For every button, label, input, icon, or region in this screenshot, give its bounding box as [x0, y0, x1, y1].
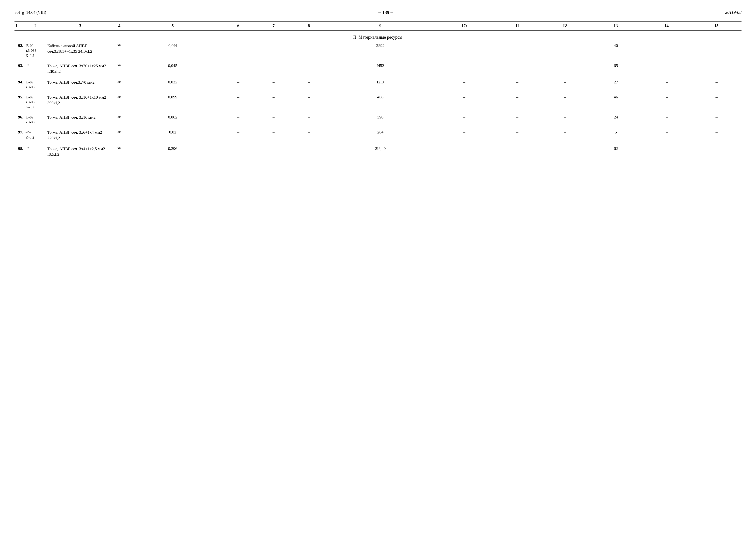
- row-val6: –: [221, 62, 256, 76]
- row-desc: То же, АПВГ сеч. 3х70+1х25 мм2 I2I0хI,2: [46, 62, 114, 76]
- row-val11: –: [494, 145, 540, 159]
- col-header-I3: I3: [590, 21, 642, 31]
- row-val13: 5: [590, 128, 642, 142]
- column-header-row: I23456789IOIII2I3I4I5: [14, 21, 742, 31]
- table-row: 93.–"–То же, АПВГ сеч. 3х70+1х25 мм2 I2I…: [14, 62, 742, 76]
- row-unit: км: [114, 113, 125, 126]
- col-header-4: 4: [114, 21, 125, 31]
- row-val9: I2I0: [326, 78, 434, 91]
- row-num: 97.: [14, 128, 25, 142]
- row-val10: –: [434, 113, 494, 126]
- table-row: 94.I5-09т.3-038То же, АПВГ сеч.3х70 мм2к…: [14, 78, 742, 91]
- row-val10: –: [434, 145, 494, 159]
- header-left: 90I–g–14.04 (VIII): [14, 10, 46, 15]
- table-row: 92.I5-09т.3-038K=I,2Кабель силовой АПВГ …: [14, 42, 742, 59]
- row-val5: 0,062: [125, 113, 221, 126]
- row-val8: –: [291, 128, 326, 142]
- row-num: 95.: [14, 93, 25, 111]
- row-num: 96.: [14, 113, 25, 126]
- row-val6: –: [221, 42, 256, 59]
- row-val12: –: [540, 93, 590, 111]
- row-val10: –: [434, 62, 494, 76]
- row-unit: км: [114, 145, 125, 159]
- row-val7: –: [256, 93, 291, 111]
- row-val14: –: [642, 128, 691, 142]
- row-val5: 0,022: [125, 78, 221, 91]
- section-title: П. Материальные ресурсы: [14, 31, 742, 42]
- row-val7: –: [256, 113, 291, 126]
- row-val6: –: [221, 145, 256, 159]
- row-val12: –: [540, 128, 590, 142]
- table-row: 97.–"–K=I,2То же, АПВГ сеч. 3х6+1х4 мм2 …: [14, 128, 742, 142]
- row-desc: То же, АПВГ сеч. 3х4+1х2,5 мм2 I82хI,2: [46, 145, 114, 159]
- row-val14: –: [642, 42, 691, 59]
- row-desc: То же, АПВГ сеч. 3х16+1х10 мм2 390хI,2: [46, 93, 114, 111]
- row-val8: –: [291, 78, 326, 91]
- col-header-IO: IO: [434, 21, 494, 31]
- col-header-6: 6: [221, 21, 256, 31]
- row-val7: –: [256, 78, 291, 91]
- row-val12: –: [540, 145, 590, 159]
- col-header-I5: I5: [692, 21, 742, 31]
- row-val14: –: [642, 113, 691, 126]
- row-val5: 0,099: [125, 93, 221, 111]
- row-val5: 0,045: [125, 62, 221, 76]
- row-val15: –: [692, 113, 742, 126]
- col-header-9: 9: [326, 21, 434, 31]
- table-row: 95.I5-09т.3-038K=I,2То же, АПВГ сеч. 3х1…: [14, 93, 742, 111]
- col-header-I4: I4: [642, 21, 691, 31]
- row-val9: I452: [326, 62, 434, 76]
- row-val13: 27: [590, 78, 642, 91]
- table-row: 98.–"–То же, АПВГ сеч. 3х4+1х2,5 мм2 I82…: [14, 145, 742, 159]
- main-table: I23456789IOIII2I3I4I5 П. Материальные ре…: [14, 21, 742, 161]
- row-val15: –: [692, 145, 742, 159]
- row-desc: Кабель силовой АПВГ сеч.3х185++1х35 24I0…: [46, 42, 114, 59]
- row-val9: 264: [326, 128, 434, 142]
- row-val12: –: [540, 42, 590, 59]
- row-unit: км: [114, 128, 125, 142]
- spacer-row: [14, 91, 742, 93]
- spacer-row: [14, 59, 742, 62]
- row-val6: –: [221, 93, 256, 111]
- spacer-row: [14, 159, 742, 161]
- row-val5: 0,02: [125, 128, 221, 142]
- row-desc: То же, АПВГ сеч.3х70 мм2: [46, 78, 114, 91]
- row-val8: –: [291, 145, 326, 159]
- row-ref: I5-09т.3-038: [25, 113, 46, 126]
- row-ref: –"–: [25, 62, 46, 76]
- row-val11: –: [494, 78, 540, 91]
- row-val10: –: [434, 128, 494, 142]
- row-val8: –: [291, 62, 326, 76]
- col-header-2: 2: [25, 21, 46, 31]
- row-unit: км: [114, 42, 125, 59]
- row-val11: –: [494, 62, 540, 76]
- row-val9: 468: [326, 93, 434, 111]
- row-val12: –: [540, 62, 590, 76]
- row-ref: –"–K=I,2: [25, 128, 46, 142]
- row-val14: –: [642, 93, 691, 111]
- spacer-row: [14, 126, 742, 128]
- row-val11: –: [494, 93, 540, 111]
- row-val12: –: [540, 78, 590, 91]
- row-val12: –: [540, 113, 590, 126]
- row-val6: –: [221, 78, 256, 91]
- row-desc: То же, АПВГ сеч. 3х16 мм2: [46, 113, 114, 126]
- row-val9: 390: [326, 113, 434, 126]
- row-num: 92.: [14, 42, 25, 59]
- row-val5: 0,0I4: [125, 42, 221, 59]
- row-val14: –: [642, 62, 691, 76]
- table-row: 96.I5-09т.3-038То же, АПВГ сеч. 3х16 мм2…: [14, 113, 742, 126]
- row-val15: –: [692, 128, 742, 142]
- spacer-row: [14, 76, 742, 78]
- row-val13: 65: [590, 62, 642, 76]
- row-val11: –: [494, 113, 540, 126]
- row-val14: –: [642, 145, 691, 159]
- row-val15: –: [692, 42, 742, 59]
- row-val10: –: [434, 78, 494, 91]
- row-val5: 0,296: [125, 145, 221, 159]
- row-val13: 62: [590, 145, 642, 159]
- header-center: – 189 –: [378, 10, 393, 15]
- row-val11: –: [494, 128, 540, 142]
- row-num: 98.: [14, 145, 25, 159]
- col-header-3: 3: [46, 21, 114, 31]
